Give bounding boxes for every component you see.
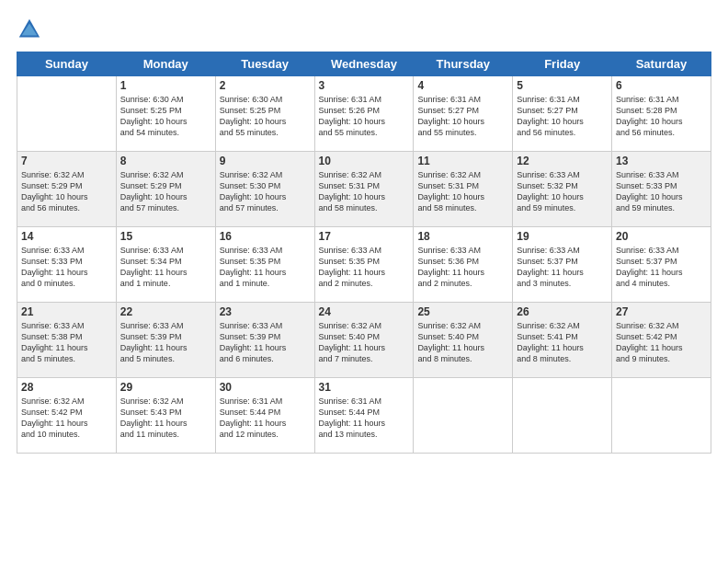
calendar-cell: 9Sunrise: 6:32 AM Sunset: 5:30 PM Daylig…	[215, 152, 314, 227]
day-info: Sunrise: 6:30 AM Sunset: 5:25 PM Dayligh…	[220, 94, 311, 139]
calendar-cell: 28Sunrise: 6:32 AM Sunset: 5:42 PM Dayli…	[17, 378, 117, 454]
day-info: Sunrise: 6:32 AM Sunset: 5:42 PM Dayligh…	[21, 396, 112, 441]
calendar-cell: 11Sunrise: 6:32 AM Sunset: 5:31 PM Dayli…	[414, 152, 513, 227]
day-number: 19	[517, 230, 608, 243]
day-info: Sunrise: 6:33 AM Sunset: 5:37 PM Dayligh…	[517, 245, 608, 290]
day-info: Sunrise: 6:33 AM Sunset: 5:34 PM Dayligh…	[120, 245, 211, 290]
weekday-thursday: Thursday	[414, 52, 513, 76]
week-row-1: 1Sunrise: 6:30 AM Sunset: 5:25 PM Daylig…	[17, 76, 711, 152]
day-info: Sunrise: 6:33 AM Sunset: 5:39 PM Dayligh…	[220, 320, 311, 365]
day-number: 23	[220, 305, 311, 318]
day-number: 31	[319, 381, 410, 394]
calendar-cell: 23Sunrise: 6:33 AM Sunset: 5:39 PM Dayli…	[215, 303, 314, 378]
calendar-cell: 1Sunrise: 6:30 AM Sunset: 5:25 PM Daylig…	[116, 76, 215, 152]
day-info: Sunrise: 6:31 AM Sunset: 5:27 PM Dayligh…	[417, 94, 508, 139]
day-info: Sunrise: 6:33 AM Sunset: 5:33 PM Dayligh…	[616, 169, 707, 214]
day-number: 6	[616, 79, 707, 92]
calendar-cell	[513, 378, 612, 454]
day-number: 3	[319, 79, 410, 92]
day-number: 4	[417, 79, 508, 92]
calendar-cell: 26Sunrise: 6:32 AM Sunset: 5:41 PM Dayli…	[513, 303, 612, 378]
calendar-cell: 2Sunrise: 6:30 AM Sunset: 5:25 PM Daylig…	[215, 76, 314, 152]
day-info: Sunrise: 6:32 AM Sunset: 5:40 PM Dayligh…	[417, 320, 508, 365]
day-info: Sunrise: 6:31 AM Sunset: 5:28 PM Dayligh…	[616, 94, 707, 139]
day-number: 29	[120, 381, 211, 394]
calendar-cell: 8Sunrise: 6:32 AM Sunset: 5:29 PM Daylig…	[116, 152, 215, 227]
day-number: 24	[319, 305, 410, 318]
day-info: Sunrise: 6:33 AM Sunset: 5:35 PM Dayligh…	[220, 245, 311, 290]
weekday-friday: Friday	[513, 52, 612, 76]
day-number: 15	[120, 230, 211, 243]
day-number: 11	[417, 155, 508, 167]
calendar-table: SundayMondayTuesdayWednesdayThursdayFrid…	[17, 52, 711, 454]
page: SundayMondayTuesdayWednesdayThursdayFrid…	[0, 0, 728, 563]
week-row-3: 14Sunrise: 6:33 AM Sunset: 5:33 PM Dayli…	[17, 227, 711, 303]
calendar-cell: 25Sunrise: 6:32 AM Sunset: 5:40 PM Dayli…	[414, 303, 513, 378]
day-number: 30	[220, 381, 311, 394]
day-info: Sunrise: 6:33 AM Sunset: 5:39 PM Dayligh…	[120, 320, 211, 365]
day-number: 21	[21, 305, 112, 318]
day-number: 2	[220, 79, 311, 92]
week-row-4: 21Sunrise: 6:33 AM Sunset: 5:38 PM Dayli…	[17, 303, 711, 378]
weekday-tuesday: Tuesday	[215, 52, 314, 76]
day-info: Sunrise: 6:33 AM Sunset: 5:35 PM Dayligh…	[319, 245, 410, 290]
day-number: 16	[220, 230, 311, 243]
day-info: Sunrise: 6:32 AM Sunset: 5:31 PM Dayligh…	[319, 169, 410, 214]
calendar-cell: 4Sunrise: 6:31 AM Sunset: 5:27 PM Daylig…	[414, 76, 513, 152]
logo	[17, 17, 46, 42]
day-number: 8	[120, 155, 211, 167]
day-info: Sunrise: 6:32 AM Sunset: 5:41 PM Dayligh…	[517, 320, 608, 365]
calendar-cell: 24Sunrise: 6:32 AM Sunset: 5:40 PM Dayli…	[314, 303, 414, 378]
day-number: 12	[517, 155, 608, 167]
day-info: Sunrise: 6:32 AM Sunset: 5:43 PM Dayligh…	[120, 396, 211, 441]
calendar-cell: 19Sunrise: 6:33 AM Sunset: 5:37 PM Dayli…	[513, 227, 612, 303]
day-info: Sunrise: 6:30 AM Sunset: 5:25 PM Dayligh…	[120, 94, 211, 139]
calendar-cell: 17Sunrise: 6:33 AM Sunset: 5:35 PM Dayli…	[314, 227, 414, 303]
day-number: 28	[21, 381, 112, 394]
day-info: Sunrise: 6:32 AM Sunset: 5:42 PM Dayligh…	[616, 320, 707, 365]
logo-icon	[17, 17, 42, 42]
calendar-cell: 3Sunrise: 6:31 AM Sunset: 5:26 PM Daylig…	[314, 76, 414, 152]
calendar-cell: 15Sunrise: 6:33 AM Sunset: 5:34 PM Dayli…	[116, 227, 215, 303]
week-row-5: 28Sunrise: 6:32 AM Sunset: 5:42 PM Dayli…	[17, 378, 711, 454]
calendar-cell: 29Sunrise: 6:32 AM Sunset: 5:43 PM Dayli…	[116, 378, 215, 454]
calendar-cell	[17, 76, 117, 152]
day-info: Sunrise: 6:33 AM Sunset: 5:33 PM Dayligh…	[21, 245, 112, 290]
day-number: 17	[319, 230, 410, 243]
day-info: Sunrise: 6:32 AM Sunset: 5:40 PM Dayligh…	[319, 320, 410, 365]
day-info: Sunrise: 6:33 AM Sunset: 5:36 PM Dayligh…	[417, 245, 508, 290]
day-number: 9	[220, 155, 311, 167]
day-info: Sunrise: 6:33 AM Sunset: 5:38 PM Dayligh…	[21, 320, 112, 365]
calendar-cell: 5Sunrise: 6:31 AM Sunset: 5:27 PM Daylig…	[513, 76, 612, 152]
day-number: 5	[517, 79, 608, 92]
calendar-cell: 6Sunrise: 6:31 AM Sunset: 5:28 PM Daylig…	[612, 76, 711, 152]
calendar-cell: 21Sunrise: 6:33 AM Sunset: 5:38 PM Dayli…	[17, 303, 117, 378]
day-number: 13	[616, 155, 707, 167]
calendar-cell: 20Sunrise: 6:33 AM Sunset: 5:37 PM Dayli…	[612, 227, 711, 303]
weekday-monday: Monday	[116, 52, 215, 76]
calendar-cell: 13Sunrise: 6:33 AM Sunset: 5:33 PM Dayli…	[612, 152, 711, 227]
calendar-cell: 22Sunrise: 6:33 AM Sunset: 5:39 PM Dayli…	[116, 303, 215, 378]
day-info: Sunrise: 6:31 AM Sunset: 5:44 PM Dayligh…	[319, 396, 410, 441]
calendar-cell: 18Sunrise: 6:33 AM Sunset: 5:36 PM Dayli…	[414, 227, 513, 303]
calendar-cell: 31Sunrise: 6:31 AM Sunset: 5:44 PM Dayli…	[314, 378, 414, 454]
calendar-cell: 7Sunrise: 6:32 AM Sunset: 5:29 PM Daylig…	[17, 152, 117, 227]
day-number: 14	[21, 230, 112, 243]
calendar-cell: 16Sunrise: 6:33 AM Sunset: 5:35 PM Dayli…	[215, 227, 314, 303]
calendar-cell: 30Sunrise: 6:31 AM Sunset: 5:44 PM Dayli…	[215, 378, 314, 454]
week-row-2: 7Sunrise: 6:32 AM Sunset: 5:29 PM Daylig…	[17, 152, 711, 227]
weekday-sunday: Sunday	[17, 52, 117, 76]
header	[17, 17, 711, 42]
weekday-wednesday: Wednesday	[314, 52, 414, 76]
day-info: Sunrise: 6:31 AM Sunset: 5:26 PM Dayligh…	[319, 94, 410, 139]
day-number: 10	[319, 155, 410, 167]
day-number: 22	[120, 305, 211, 318]
day-number: 26	[517, 305, 608, 318]
day-info: Sunrise: 6:31 AM Sunset: 5:44 PM Dayligh…	[220, 396, 311, 441]
weekday-header-row: SundayMondayTuesdayWednesdayThursdayFrid…	[17, 52, 711, 76]
day-number: 27	[616, 305, 707, 318]
calendar-cell: 27Sunrise: 6:32 AM Sunset: 5:42 PM Dayli…	[612, 303, 711, 378]
day-info: Sunrise: 6:32 AM Sunset: 5:29 PM Dayligh…	[21, 169, 112, 214]
day-number: 18	[417, 230, 508, 243]
calendar-cell: 14Sunrise: 6:33 AM Sunset: 5:33 PM Dayli…	[17, 227, 117, 303]
